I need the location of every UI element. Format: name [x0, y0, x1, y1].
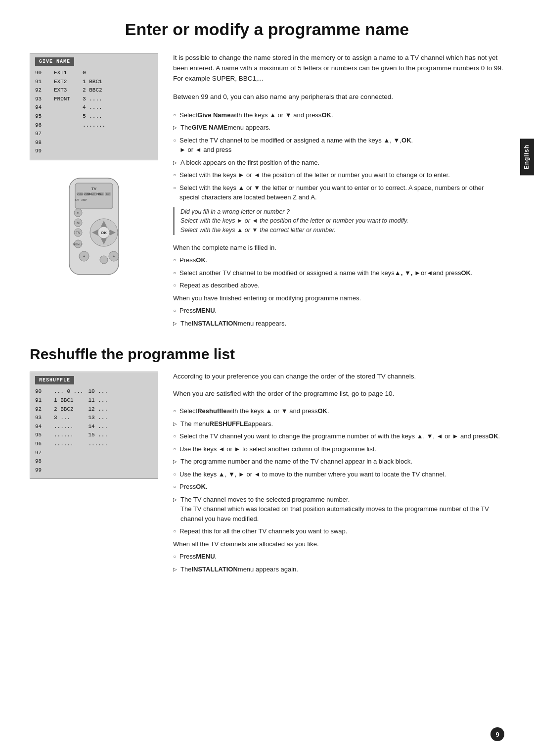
- did-you-fill-line3: Select with the keys ▲ or ▼ the correct …: [180, 226, 504, 235]
- svg-text:⊙: ⊙: [77, 211, 80, 215]
- reshuffle-menu: RESHUFFLE 90919293949596979899 ... 0 ...…: [30, 372, 158, 479]
- svg-text:M: M: [77, 221, 80, 225]
- bullet-item: Select Reshuffle with the keys ▲ or ▼ an…: [173, 406, 504, 416]
- bullet-item: Select with the keys ▲ or ▼ the letter o…: [173, 183, 504, 202]
- menu-col3: 01 BBC12 BBC23 ....4 ....5 ...........: [83, 69, 105, 156]
- english-tab: English: [520, 139, 534, 175]
- reshuffle-col1: 90919293949596979899: [35, 387, 49, 474]
- section2-content: RESHUFFLE 90919293949596979899 ... 0 ...…: [30, 372, 504, 577]
- reshuffle-col2: ... 0 ...1 BBC12 BBC23 .................…: [54, 387, 83, 474]
- bullet-item: The TV channel moves to the selected pro…: [173, 495, 504, 524]
- did-you-fill-line1: Did you fill in a wrong letter or number…: [180, 207, 504, 217]
- bullet-item: The INSTALLATION menu appears again.: [173, 565, 504, 574]
- svg-text:+: +: [83, 254, 86, 259]
- bullet-item: A block appears on the first position of…: [173, 158, 504, 168]
- bullet-item: Press MENU.: [173, 552, 504, 562]
- bullet-item: The menu RESHUFFLE appears.: [173, 419, 504, 429]
- bullet-item: Select with the keys ► or ◄ the position…: [173, 170, 504, 180]
- bullet-item: Select another TV channel to be modified…: [173, 268, 504, 278]
- bullet-item: The INSTALLATION menu reappears.: [173, 319, 504, 329]
- bullets-section1: Select Give Name with the keys ▲ or ▼ an…: [173, 110, 504, 202]
- reshuffle-header: RESHUFFLE: [35, 376, 74, 384]
- bullets-section1b: When the complete name is filled in. Pre…: [173, 243, 504, 329]
- bullet-item: Select Give Name with the keys ▲ or ▼ an…: [173, 110, 504, 120]
- bullet-item: Use the keys ◄ or ► to select another co…: [173, 444, 504, 454]
- reshuffle-rows: 90919293949596979899 ... 0 ...1 BBC12 BB…: [35, 387, 153, 474]
- left-column-2: RESHUFFLE 90919293949596979899 ... 0 ...…: [30, 372, 158, 577]
- bullet-item: Press OK.: [173, 255, 504, 265]
- intro-para2: Between 99 and 0, you can also name any …: [173, 92, 504, 102]
- give-name-menu: GIVE NAME 90919293949596979899 EXT1EXT2E…: [30, 53, 158, 160]
- bullet-item: Select the TV channel you want to change…: [173, 431, 504, 441]
- right-column-2: According to your preference you can cha…: [173, 372, 504, 577]
- section2-title: Reshuffle the programme list: [30, 346, 504, 363]
- menu-col2: EXT1EXT2EXT3FRONT: [54, 69, 78, 156]
- bullet-item: The GIVE NAME menu appears.: [173, 123, 504, 133]
- page: English 9 Enter or modify a programme na…: [0, 0, 534, 756]
- reshuffle-col3: 10 ...11 ...12 ...13 ...14 ...15 .......…: [88, 387, 108, 474]
- svg-text:TV: TV: [76, 231, 81, 235]
- svg-text:+: +: [113, 254, 115, 259]
- svg-text:DCC: DCC: [98, 192, 104, 195]
- svg-text:TV: TV: [91, 187, 97, 191]
- reshuffle-para1: According to your preference you can cha…: [173, 372, 504, 382]
- bullet-item: Repeat as described above.: [173, 281, 504, 290]
- text-item: When the complete name is filled in.: [173, 243, 504, 253]
- bullet-item: Press MENU.: [173, 306, 504, 316]
- svg-text:OK: OK: [101, 231, 107, 235]
- bullet-item: Select the TV channel to be modified or …: [173, 136, 504, 155]
- remote-control-image: TV VCR1 VCR3 TUNER TAPE DCC CD SAT AMP: [35, 168, 153, 287]
- right-column: It is possible to change the name stored…: [173, 53, 504, 331]
- svg-text:CD: CD: [106, 192, 110, 195]
- did-you-fill-block: Did you fill in a wrong letter or number…: [173, 207, 504, 235]
- bullets-section2: Select Reshuffle with the keys ▲ or ▼ an…: [173, 406, 504, 574]
- svg-text:MENU: MENU: [73, 243, 82, 246]
- page-number: 9: [490, 727, 504, 741]
- did-you-fill-line2: Select with the keys ► or ◄ the position…: [180, 216, 504, 226]
- intro-para1: It is possible to change the name stored…: [173, 53, 504, 84]
- bullet-item: Press OK.: [173, 482, 504, 492]
- text-item: When you have finished entering or modif…: [173, 293, 504, 303]
- svg-text:SAT: SAT: [75, 198, 79, 201]
- svg-point-32: [100, 256, 108, 264]
- svg-text:AMP: AMP: [82, 198, 88, 201]
- reshuffle-para2: When you are satisfied with the order of…: [173, 389, 504, 399]
- text-item: When all the TV channels are allocated a…: [173, 539, 504, 549]
- give-name-header: GIVE NAME: [35, 57, 74, 66]
- page-title: Enter or modify a programme name: [30, 20, 504, 39]
- svg-text:VCR1: VCR1: [77, 192, 84, 195]
- menu-col1: 90919293949596979899: [35, 69, 49, 156]
- bullet-item: Use the keys ▲, ▼, ► or ◄ to move to the…: [173, 470, 504, 479]
- bullet-item: Repeat this for all the other TV channel…: [173, 526, 504, 536]
- left-column: GIVE NAME 90919293949596979899 EXT1EXT2E…: [30, 53, 158, 331]
- bullet-item: The programme number and the name of the…: [173, 457, 504, 467]
- menu-rows: 90919293949596979899 EXT1EXT2EXT3FRONT 0…: [35, 69, 153, 156]
- section1-content: GIVE NAME 90919293949596979899 EXT1EXT2E…: [30, 53, 504, 331]
